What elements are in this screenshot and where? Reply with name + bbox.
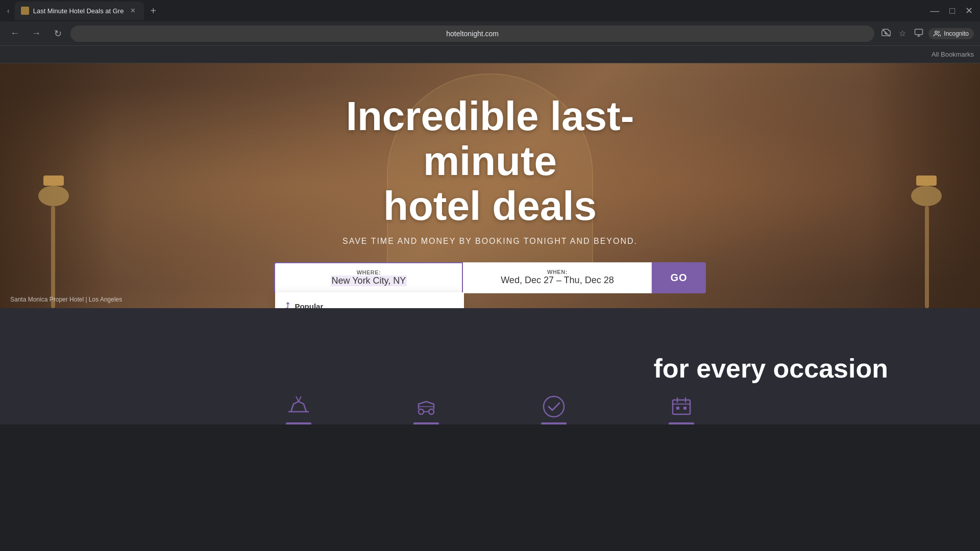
calendar-icon: [669, 394, 694, 422]
occasion-icon-travel: [286, 394, 311, 424]
hero-subtitle: SAVE TIME AND MONEY BY BOOKING TONIGHT A…: [0, 237, 980, 246]
icon-bar-confirmed: [541, 422, 567, 424]
incognito-button[interactable]: Incognito: [928, 28, 974, 39]
icon-bar-travel: [286, 422, 311, 424]
occasion-icon-confirmed: [541, 394, 567, 424]
tab-bar: ‹ Last Minute Hotel Deals at Gre × + — □…: [0, 0, 980, 21]
svg-rect-9: [676, 407, 679, 410]
tab-favicon: [21, 7, 29, 15]
active-tab[interactable]: Last Minute Hotel Deals at Gre ×: [15, 2, 144, 20]
below-fold-section: for every occasion: [0, 308, 980, 424]
dropdown-section-label: Popular: [295, 302, 323, 309]
where-label: Where:: [283, 269, 454, 276]
leisure-icon: [413, 394, 439, 422]
bookmarks-label[interactable]: All Bookmarks: [932, 51, 974, 58]
new-tab-button[interactable]: +: [146, 3, 160, 19]
svg-rect-8: [673, 400, 690, 414]
incognito-label: Incognito: [944, 30, 969, 37]
address-bar: ← → ↻ hoteltonight.com ☆: [0, 21, 980, 46]
close-window-button[interactable]: ✕: [962, 2, 976, 19]
hero-title-line1: Incredible last-minute: [346, 93, 634, 184]
url-text: hoteltonight.com: [446, 30, 499, 38]
bookmarks-bar: All Bookmarks: [0, 46, 980, 63]
url-bar[interactable]: hoteltonight.com: [70, 26, 874, 42]
trending-icon: ⤴: [285, 302, 289, 308]
go-button[interactable]: GO: [652, 262, 705, 293]
where-value: New York City, NY: [331, 276, 407, 286]
occasion-title: for every occasion: [653, 353, 888, 384]
maximize-button[interactable]: □: [946, 3, 958, 19]
when-value: Wed, Dec 27 – Thu, Dec 28: [501, 275, 614, 285]
hero-title-line2: hotel deals: [383, 183, 597, 229]
icon-bar-calendar: [669, 422, 694, 424]
occasion-icon-leisure: [413, 394, 439, 424]
refresh-button[interactable]: ↻: [49, 25, 66, 42]
address-icons: ☆ Incognito: [878, 25, 974, 42]
occasion-title-container: for every occasion: [653, 353, 888, 384]
minimize-button[interactable]: —: [927, 3, 942, 19]
svg-point-7: [544, 396, 564, 417]
occasion-icon-calendar: [669, 394, 694, 424]
hero-content: Incredible last-minute hotel deals SAVE …: [0, 63, 980, 293]
photo-credit: Santa Monica Proper Hotel | Los Angeles: [10, 296, 122, 303]
travel-icon: [286, 394, 311, 422]
when-field[interactable]: When: Wed, Dec 27 – Thu, Dec 28: [463, 262, 652, 293]
tab-close-button[interactable]: ×: [128, 6, 138, 16]
camera-off-icon[interactable]: [878, 25, 894, 42]
tab-group-arrow[interactable]: ‹: [4, 4, 13, 18]
svg-point-5: [419, 409, 424, 414]
bookmark-star-icon[interactable]: ☆: [896, 26, 909, 41]
occasion-icons-row: [286, 394, 694, 424]
svg-rect-10: [683, 407, 687, 410]
where-field[interactable]: Where: New York City, NY ⤴ Popular New Y…: [274, 262, 463, 293]
icon-bar-leisure: [413, 422, 439, 424]
when-label: When:: [471, 269, 643, 275]
svg-point-6: [429, 409, 434, 414]
search-form: Where: New York City, NY ⤴ Popular New Y…: [0, 262, 980, 293]
check-icon: [541, 394, 567, 422]
forward-button[interactable]: →: [28, 25, 45, 42]
profile-icon[interactable]: [911, 25, 926, 42]
back-button[interactable]: ←: [6, 25, 23, 42]
dropdown-section-header: ⤴ Popular: [275, 296, 464, 308]
location-dropdown: ⤴ Popular New York City, NY Brooklyn, NY…: [275, 292, 464, 308]
tab-title: Last Minute Hotel Deals at Gre: [33, 7, 124, 15]
hero-section: Incredible last-minute hotel deals SAVE …: [0, 63, 980, 308]
svg-rect-1: [915, 29, 923, 35]
browser-chrome: ‹ Last Minute Hotel Deals at Gre × + — □…: [0, 0, 980, 63]
svg-point-4: [935, 31, 938, 33]
hero-title: Incredible last-minute hotel deals: [286, 94, 694, 229]
